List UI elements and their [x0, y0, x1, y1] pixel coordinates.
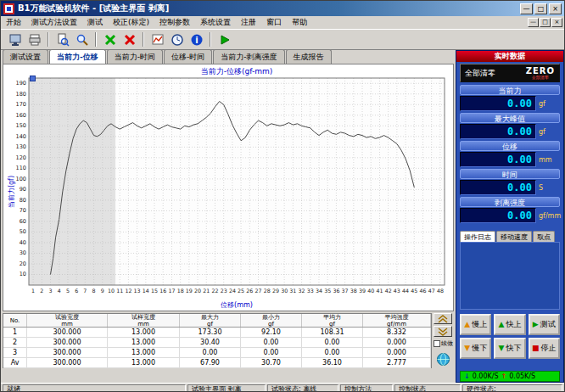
minimize-button[interactable]: — — [520, 3, 533, 14]
fast-up-arrow-icon: ▲ — [499, 321, 505, 328]
clear-icon[interactable] — [100, 31, 120, 48]
display-value: 0.00 — [460, 180, 536, 195]
panel-tab[interactable]: 取点 — [533, 231, 555, 243]
continue-checkbox[interactable] — [434, 340, 440, 347]
display-value: 0.00 — [460, 96, 536, 111]
clock-icon[interactable] — [167, 31, 187, 48]
menu-item[interactable]: 系统设置 — [195, 16, 236, 29]
table-cell: 13.000 — [108, 328, 180, 338]
statusbar: 就绪试验主界面 剥离试验状态: 离线控制方法控制状态硬件状态: — [1, 383, 564, 392]
zero-all-label: 全部清零 — [465, 68, 495, 79]
control-button-label: 慢下 — [472, 343, 487, 354]
menu-item[interactable]: 帮助 — [287, 16, 312, 29]
maximize-button[interactable]: □ — [534, 3, 547, 14]
table-row[interactable]: 3300.00013.0000.000.000.000.000 — [3, 348, 431, 358]
svg-text:1: 1 — [31, 288, 35, 294]
displays: 当前力0.00gf最大峰值0.00gf位移0.00mm时间0.00S剥离强度0.… — [460, 85, 560, 225]
slow-up-arrow-button[interactable]: ▲慢上 — [460, 314, 491, 335]
zero-logo-subtext: 全部清零 — [526, 76, 555, 80]
mdi-close-button[interactable]: × — [551, 18, 562, 27]
mdi-minimize-button[interactable]: — — [528, 18, 539, 27]
table-row[interactable]: 2300.00013.00030.400.000.000.000 — [3, 338, 431, 348]
svg-text:10: 10 — [20, 271, 26, 277]
svg-text:25: 25 — [238, 288, 244, 294]
display-block: 位移0.00mm — [460, 141, 560, 167]
svg-text:36: 36 — [333, 288, 339, 294]
panel-tab[interactable]: 操作日志 — [460, 231, 495, 243]
menu-item[interactable]: 校正(标定) — [108, 16, 154, 29]
fast-up-arrow-button[interactable]: ▲快上 — [494, 314, 525, 335]
menu-item[interactable]: 测试 — [82, 16, 108, 29]
preview-icon[interactable] — [53, 31, 72, 48]
printer-icon[interactable] — [25, 31, 44, 48]
zoom-icon[interactable] — [72, 31, 92, 48]
chart-y-axis-label: 当前力(gf) — [7, 166, 15, 217]
panel-tab[interactable]: 移动速度 — [496, 231, 532, 243]
upload-speed: 0.05K/S — [509, 372, 535, 380]
svg-text:38: 38 — [350, 288, 357, 294]
tab[interactable]: 测试设置 — [3, 49, 48, 64]
tab[interactable]: 当前力-剥离强度 — [213, 49, 284, 64]
table-cell: 30.40 — [180, 338, 241, 348]
display-unit: gf/mm — [536, 212, 560, 220]
svg-text:11: 11 — [116, 288, 123, 294]
scroll-down-button[interactable] — [434, 326, 452, 337]
fast-down-arrow-button[interactable]: ▼快下 — [494, 338, 525, 359]
close-button[interactable]: × — [549, 3, 562, 14]
chart-icon[interactable] — [148, 31, 167, 48]
table-cell: Av — [3, 358, 27, 368]
svg-text:42: 42 — [385, 288, 392, 294]
menu-item[interactable]: 开始 — [1, 16, 26, 29]
column-name: 最大力 — [201, 314, 219, 321]
svg-text:140: 140 — [16, 133, 26, 140]
delete-icon[interactable] — [120, 31, 139, 48]
display-block: 最大峰值0.00gf — [460, 113, 560, 139]
table-column-header: 最大力gf — [180, 314, 241, 327]
tab[interactable]: 当前力-时间 — [107, 49, 163, 64]
download-arrow-icon: ↓ — [464, 372, 470, 380]
control-button-label: 快上 — [506, 319, 521, 330]
tab[interactable]: 生成报告 — [286, 49, 332, 64]
menu-item[interactable]: 控制参数 — [154, 16, 195, 29]
table-cell: 0.00 — [302, 348, 363, 358]
svg-text:47: 47 — [428, 288, 435, 294]
stop-button[interactable]: ■停止 — [529, 338, 560, 359]
menu-item[interactable]: 窗口 — [261, 16, 287, 29]
status-segment: 控制方法 — [340, 384, 393, 392]
menu-item[interactable]: 测试方法设置 — [26, 16, 82, 29]
table-row[interactable]: 1300.00013.000173.3092.10108.318.332 — [3, 328, 431, 338]
svg-text:50: 50 — [20, 228, 26, 235]
display-unit: S — [536, 184, 560, 192]
toolbar-separator — [143, 32, 144, 47]
zero-all-button[interactable]: 全部清零 ZERO 全部清零 — [460, 64, 560, 82]
svg-text:37: 37 — [342, 288, 349, 294]
slow-up-arrow-icon: ▲ — [464, 321, 470, 328]
start-icon[interactable] — [215, 31, 234, 48]
info-icon[interactable]: i — [187, 31, 206, 48]
force-displacement-chart[interactable]: 1234567891011121314151617181920212223242… — [3, 64, 453, 309]
start-test-button[interactable]: ▶测试 — [529, 314, 560, 335]
slow-down-arrow-button[interactable]: ▼慢下 — [460, 338, 491, 359]
svg-text:16: 16 — [159, 288, 166, 294]
column-unit: gf — [268, 321, 274, 328]
svg-text:90: 90 — [20, 186, 26, 193]
tab-active[interactable]: 当前力-位移 — [49, 49, 106, 64]
menu-item[interactable]: 注册 — [236, 16, 261, 29]
svg-text:2: 2 — [40, 288, 43, 294]
svg-text:21: 21 — [203, 288, 210, 294]
mdi-window-buttons: — □ × — [527, 18, 564, 27]
tab[interactable]: 位移-时间 — [164, 49, 212, 64]
globe-icon[interactable] — [437, 353, 456, 367]
svg-text:46: 46 — [419, 288, 426, 294]
machine-icon[interactable] — [5, 31, 25, 48]
titlebar: B1万能试验机软件 - [试验主界面 剥离] — □ × — [1, 1, 564, 16]
table-row[interactable]: Av300.00013.00067.9030.7036.102.777 — [3, 358, 431, 368]
status-segment: 硬件状态: — [462, 384, 562, 392]
zero-logo: ZERO 全部清零 — [526, 67, 555, 80]
menubar: 开始测试方法设置测试校正(标定)控制参数系统设置注册窗口帮助 — □ × — [1, 16, 564, 29]
scroll-up-button[interactable] — [434, 313, 452, 324]
download-speed: 0.00K/S — [473, 372, 499, 380]
mdi-restore-button[interactable]: □ — [540, 18, 551, 27]
svg-text:3: 3 — [49, 288, 53, 294]
double-chevron-down-icon — [438, 328, 448, 336]
